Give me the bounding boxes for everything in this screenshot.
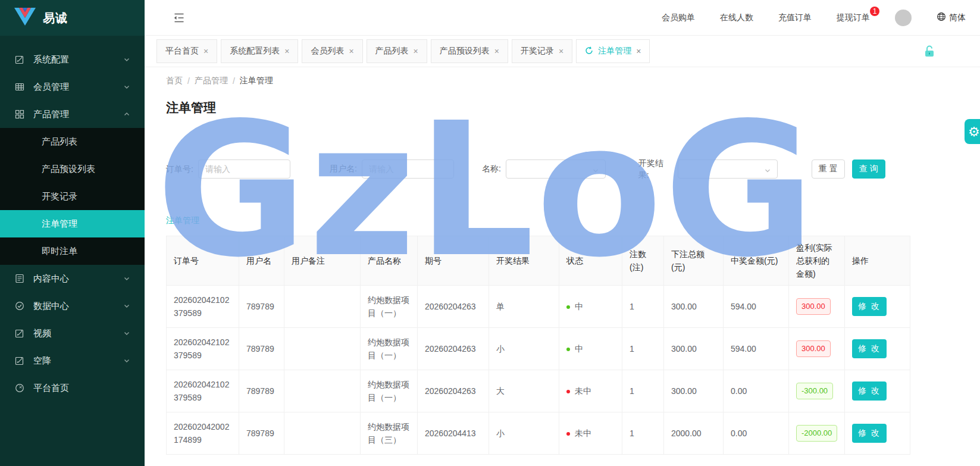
- cell-bet-count: 1: [622, 328, 664, 370]
- page-title: 注单管理: [166, 99, 959, 116]
- cell-product-name: 约炮数据项目（一）: [361, 286, 418, 328]
- brand-title: 易诚: [43, 10, 68, 26]
- search-button[interactable]: 查 询: [852, 159, 885, 179]
- col-username: 用户名: [239, 236, 284, 286]
- cell-draw-result: 大: [489, 370, 559, 412]
- cell-profit: -300.00: [789, 370, 845, 412]
- close-icon[interactable]: ×: [494, 46, 499, 56]
- language-switcher[interactable]: 简体: [937, 12, 966, 23]
- cell-product-name: 约炮数据项目（三）: [361, 412, 418, 455]
- cell-issue-no: 20260204413: [418, 412, 489, 455]
- filter-draw-result: 开奖结果:: [638, 157, 778, 181]
- tab-system-config-list[interactable]: 系统配置列表 ×: [221, 39, 298, 63]
- topbar-link-withdraw-orders[interactable]: 提现订单 1: [837, 12, 870, 23]
- sidebar-item-product-management[interactable]: 产品管理: [0, 101, 145, 128]
- modify-button[interactable]: 修 改: [852, 297, 887, 316]
- cell-win-amount: 594.00: [724, 286, 789, 328]
- breadcrumb-home[interactable]: 首页: [166, 76, 183, 86]
- globe-icon: [937, 12, 946, 23]
- close-icon[interactable]: ×: [349, 46, 353, 56]
- cell-user-remark: [284, 328, 361, 370]
- username-label: 用户名:: [330, 164, 357, 174]
- filter-bar: 订单号: 用户名: 名称: 开奖结果:: [166, 157, 959, 181]
- cell-win-amount: 0.00: [724, 370, 789, 412]
- sidebar-menu: 系统配置 会员管理: [0, 36, 145, 402]
- sidebar-item-draw-records[interactable]: 开奖记录: [0, 183, 145, 210]
- col-win-amount: 中奖金额(元): [724, 236, 789, 286]
- sidebar-item-system-config[interactable]: 系统配置: [0, 46, 145, 73]
- breadcrumb: 首页 / 产品管理 / 注单管理: [166, 76, 959, 86]
- cell-profit: 300.00: [789, 286, 845, 328]
- col-issue-no: 期号: [418, 236, 489, 286]
- tab-bet-management[interactable]: 注单管理 ×: [576, 39, 650, 63]
- sidebar-item-data-center[interactable]: 数据中心: [0, 292, 145, 320]
- cell-bet-amount: 300.00: [664, 286, 724, 328]
- tab-member-list[interactable]: 会员列表 ×: [302, 39, 362, 63]
- tab-draw-records[interactable]: 开奖记录 ×: [512, 39, 572, 63]
- topbar-link-recharge-orders[interactable]: 充值订单: [778, 12, 812, 23]
- sidebar-item-product-preset-list[interactable]: 产品预设列表: [0, 155, 145, 183]
- document-icon: [14, 273, 25, 284]
- sidebar-item-label: 产品列表: [42, 136, 77, 148]
- cell-product-name: 约炮数据项目（一）: [361, 328, 418, 370]
- close-icon[interactable]: ×: [559, 46, 563, 56]
- edit-square-icon: [14, 54, 25, 65]
- modify-button[interactable]: 修 改: [852, 339, 887, 358]
- settings-fab[interactable]: ⚙: [965, 119, 980, 144]
- sidebar-item-member-management[interactable]: 会员管理: [0, 73, 145, 101]
- sidebar-item-product-list[interactable]: 产品列表: [0, 128, 145, 155]
- table-section-title: 注单管理: [166, 215, 959, 226]
- refresh-icon[interactable]: [585, 46, 593, 57]
- cell-issue-no: 20260204263: [418, 286, 489, 328]
- sidebar-item-platform-home[interactable]: 平台首页: [0, 374, 145, 402]
- menu-fold-icon[interactable]: [173, 12, 185, 23]
- sidebar-item-video[interactable]: 视频: [0, 320, 145, 347]
- sidebar-item-realtime-bets[interactable]: 即时注单: [0, 237, 145, 265]
- cell-status: 未中: [559, 412, 622, 455]
- cell-draw-result: 小: [489, 328, 559, 370]
- topbar-link-online-users[interactable]: 在线人数: [720, 12, 753, 23]
- profit-badge: -300.00: [796, 383, 833, 399]
- cell-bet-count: 1: [622, 286, 664, 328]
- modify-button[interactable]: 修 改: [852, 424, 887, 443]
- status-dot-lose: [566, 390, 570, 393]
- gear-icon: ⚙: [968, 124, 980, 139]
- cell-bet-count: 1: [622, 412, 664, 455]
- cell-bet-count: 1: [622, 370, 664, 412]
- sidebar-item-content-center[interactable]: 内容中心: [0, 265, 145, 292]
- cell-issue-no: 20260204263: [418, 328, 489, 370]
- tab-product-preset-list[interactable]: 产品预设列表 ×: [431, 39, 508, 63]
- sidebar-item-airdrop[interactable]: 空降: [0, 347, 145, 374]
- order-no-input[interactable]: [198, 159, 290, 179]
- close-icon[interactable]: ×: [414, 46, 418, 56]
- chevron-down-icon: [123, 330, 130, 337]
- cell-bet-amount: 2000.00: [664, 412, 724, 455]
- draw-result-select[interactable]: [678, 159, 778, 179]
- name-select[interactable]: [506, 159, 606, 179]
- avatar[interactable]: [895, 10, 912, 26]
- unlock-icon[interactable]: [924, 45, 935, 57]
- close-icon[interactable]: ×: [636, 46, 641, 56]
- tab-bar: 平台首页 × 系统配置列表 × 会员列表 × 产品列表 × 产品预设列表 × 开…: [145, 36, 980, 67]
- sidebar-item-label: 产品预设列表: [42, 164, 95, 175]
- app-root: 易诚 系统配置: [0, 0, 980, 466]
- sidebar-item-label: 平台首页: [33, 383, 69, 394]
- breadcrumb-current: 注单管理: [240, 76, 273, 86]
- tab-platform-home[interactable]: 平台首页 ×: [156, 39, 217, 63]
- sidebar-item-bet-management[interactable]: 注单管理: [0, 210, 145, 237]
- reset-button[interactable]: 重 置: [812, 159, 845, 179]
- chevron-down-icon: [123, 56, 130, 63]
- username-input[interactable]: [362, 159, 454, 179]
- col-bet-amount: 下注总额(元): [664, 236, 724, 286]
- cell-user-remark: [284, 370, 361, 412]
- profit-badge: -2000.00: [796, 425, 837, 442]
- product-submenu: 产品列表 产品预设列表 开奖记录 注单管理 即时注单: [0, 128, 145, 265]
- cell-status: 中: [559, 328, 622, 370]
- tab-product-list[interactable]: 产品列表 ×: [367, 39, 427, 63]
- close-icon[interactable]: ×: [284, 46, 289, 56]
- cell-status: 未中: [559, 370, 622, 412]
- close-icon[interactable]: ×: [203, 46, 208, 56]
- topbar-link-member-orders[interactable]: 会员购单: [662, 12, 695, 23]
- breadcrumb-product-management[interactable]: 产品管理: [195, 76, 228, 86]
- modify-button[interactable]: 修 改: [852, 381, 887, 401]
